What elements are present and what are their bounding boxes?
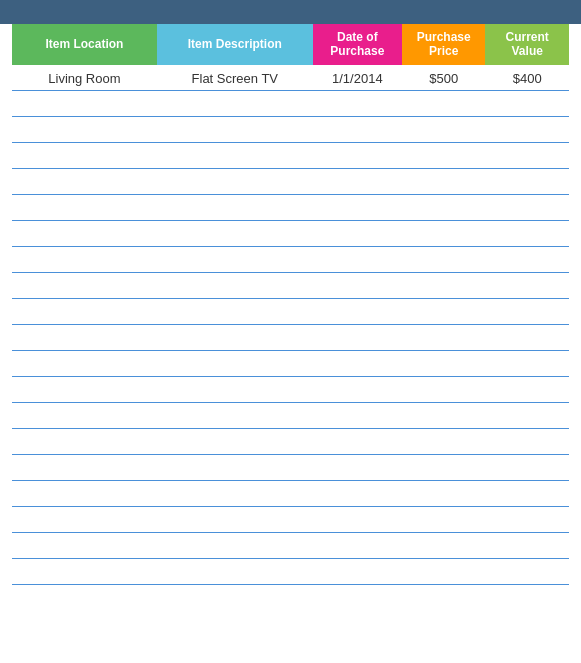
table-row-empty xyxy=(12,299,569,325)
cell-empty xyxy=(12,351,157,377)
cell-empty xyxy=(402,455,486,481)
cell-empty xyxy=(157,273,313,299)
cell-empty xyxy=(485,117,569,143)
cell-empty xyxy=(402,143,486,169)
cell-empty xyxy=(402,221,486,247)
cell-empty xyxy=(12,221,157,247)
cell-empty xyxy=(485,533,569,559)
cell-empty xyxy=(402,169,486,195)
col-header-date: Date of Purchase xyxy=(313,24,402,65)
table-row-empty xyxy=(12,429,569,455)
cell-empty xyxy=(157,429,313,455)
table-row-empty xyxy=(12,533,569,559)
cell-empty xyxy=(12,559,157,585)
cell-empty xyxy=(12,403,157,429)
cell-empty xyxy=(485,429,569,455)
cell-empty xyxy=(157,169,313,195)
page-header xyxy=(0,0,581,24)
cell-empty xyxy=(313,247,402,273)
cell-empty xyxy=(485,143,569,169)
cell-empty xyxy=(12,325,157,351)
cell-empty xyxy=(402,117,486,143)
cell-empty xyxy=(402,247,486,273)
table-container: Item Location Item Description Date of P… xyxy=(0,24,581,663)
cell-empty xyxy=(313,91,402,117)
cell-empty xyxy=(157,481,313,507)
cell-empty xyxy=(12,507,157,533)
cell-empty xyxy=(157,507,313,533)
cell-empty xyxy=(313,429,402,455)
cell-empty xyxy=(313,507,402,533)
cell-description: Flat Screen TV xyxy=(157,65,313,91)
table-row-empty xyxy=(12,481,569,507)
cell-empty xyxy=(402,325,486,351)
cell-empty xyxy=(157,455,313,481)
cell-empty xyxy=(313,533,402,559)
cell-empty xyxy=(157,247,313,273)
cell-empty xyxy=(485,325,569,351)
table-row-empty xyxy=(12,195,569,221)
table-row-empty xyxy=(12,169,569,195)
cell-empty xyxy=(157,403,313,429)
cell-empty xyxy=(313,377,402,403)
table-row-empty xyxy=(12,507,569,533)
table-row: Living RoomFlat Screen TV1/1/2014$500$40… xyxy=(12,65,569,91)
cell-empty xyxy=(485,403,569,429)
cell-empty xyxy=(402,195,486,221)
cell-empty xyxy=(485,195,569,221)
table-row-empty xyxy=(12,455,569,481)
cell-empty xyxy=(12,91,157,117)
cell-empty xyxy=(157,351,313,377)
cell-purchase_price: $500 xyxy=(402,65,486,91)
cell-empty xyxy=(485,169,569,195)
cell-empty xyxy=(485,481,569,507)
cell-empty xyxy=(402,533,486,559)
cell-empty xyxy=(12,273,157,299)
cell-empty xyxy=(157,117,313,143)
table-row-empty xyxy=(12,247,569,273)
cell-empty xyxy=(12,169,157,195)
cell-empty xyxy=(402,507,486,533)
cell-empty xyxy=(485,299,569,325)
cell-empty xyxy=(402,351,486,377)
cell-empty xyxy=(12,299,157,325)
cell-empty xyxy=(157,377,313,403)
cell-empty xyxy=(157,299,313,325)
table-row-empty xyxy=(12,403,569,429)
table-row-empty xyxy=(12,273,569,299)
cell-empty xyxy=(313,299,402,325)
cell-empty xyxy=(485,377,569,403)
cell-empty xyxy=(402,429,486,455)
cell-empty xyxy=(485,455,569,481)
cell-empty xyxy=(402,273,486,299)
cell-empty xyxy=(485,273,569,299)
cell-empty xyxy=(12,195,157,221)
col-header-current-value: Current Value xyxy=(485,24,569,65)
cell-empty xyxy=(402,481,486,507)
cell-empty xyxy=(313,481,402,507)
cell-empty xyxy=(313,351,402,377)
cell-empty xyxy=(12,429,157,455)
cell-location: Living Room xyxy=(12,65,157,91)
cell-empty xyxy=(12,377,157,403)
table-row-empty xyxy=(12,143,569,169)
cell-empty xyxy=(12,481,157,507)
cell-empty xyxy=(313,455,402,481)
cell-empty xyxy=(157,221,313,247)
cell-empty xyxy=(485,91,569,117)
cell-empty xyxy=(313,117,402,143)
cell-current_value: $400 xyxy=(485,65,569,91)
cell-empty xyxy=(313,169,402,195)
cell-empty xyxy=(402,377,486,403)
cell-date: 1/1/2014 xyxy=(313,65,402,91)
table-row-empty xyxy=(12,351,569,377)
cell-empty xyxy=(485,351,569,377)
table-row-empty xyxy=(12,91,569,117)
cell-empty xyxy=(157,195,313,221)
cell-empty xyxy=(402,299,486,325)
cell-empty xyxy=(313,221,402,247)
cell-empty xyxy=(12,455,157,481)
inventory-table: Item Location Item Description Date of P… xyxy=(12,24,569,585)
table-row-empty xyxy=(12,117,569,143)
cell-empty xyxy=(313,143,402,169)
